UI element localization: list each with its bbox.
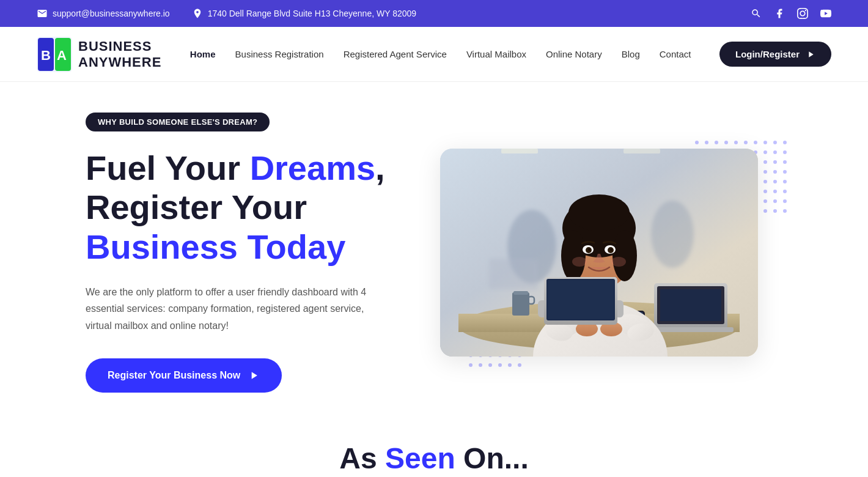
svg-point-8 <box>724 141 728 144</box>
svg-point-10 <box>744 141 748 144</box>
svg-point-122 <box>611 257 626 267</box>
svg-point-64 <box>783 190 787 193</box>
svg-rect-94 <box>513 291 528 295</box>
search-icon[interactable] <box>751 8 762 19</box>
svg-point-32 <box>763 160 767 164</box>
svg-point-33 <box>773 160 777 164</box>
svg-point-119 <box>588 248 590 251</box>
svg-point-14 <box>783 141 787 144</box>
nav-item-business-registration[interactable]: Business Registration <box>235 49 324 60</box>
arrow-right-icon <box>248 369 260 382</box>
email-item: support@businessanywhere.io <box>37 8 170 19</box>
nav-item-contact[interactable]: Contact <box>660 49 691 60</box>
nav-item-registered-agent[interactable]: Registered Agent Service <box>344 49 447 60</box>
email-icon <box>37 8 48 19</box>
instagram-icon[interactable] <box>797 8 808 19</box>
svg-point-9 <box>734 141 738 144</box>
svg-rect-93 <box>512 292 529 316</box>
nav-item-online-notary[interactable]: Online Notary <box>546 49 602 60</box>
email-text: support@businessanywhere.io <box>53 9 170 18</box>
svg-point-7 <box>715 141 718 144</box>
svg-point-5 <box>695 141 699 144</box>
svg-point-83 <box>773 209 777 213</box>
svg-point-112 <box>561 230 586 281</box>
svg-point-11 <box>754 141 757 144</box>
nav-link-blog[interactable]: Blog <box>622 49 640 59</box>
arrow-right-icon <box>806 50 815 59</box>
nav-item-virtual-mailbox[interactable]: Virtual Mailbox <box>466 49 526 60</box>
svg-point-154 <box>498 363 502 367</box>
svg-point-73 <box>773 199 777 203</box>
nav-link-home[interactable]: Home <box>190 49 216 59</box>
svg-point-120 <box>610 248 612 251</box>
top-bar-right <box>751 8 831 19</box>
svg-point-43 <box>773 170 777 174</box>
facebook-icon[interactable] <box>774 8 785 19</box>
nav-item-home[interactable]: Home <box>190 49 216 60</box>
nav-link-business-registration[interactable]: Business Registration <box>235 49 324 59</box>
svg-point-121 <box>572 257 587 267</box>
logo-text: BUSINESS ANYWHERE <box>78 39 161 70</box>
address-item: 1740 Dell Range Blvd Suite H13 Cheyenne,… <box>192 8 416 19</box>
login-register-button[interactable]: Login/Register <box>719 42 831 67</box>
logo[interactable]: B A BUSINESS ANYWHERE <box>37 37 161 72</box>
hero-badge: WHY BUILD SOMEONE ELSE'S DREAM? <box>86 113 270 131</box>
svg-point-44 <box>783 170 787 174</box>
seen-on-section: As Seen On... <box>0 417 868 477</box>
svg-rect-98 <box>660 289 721 321</box>
youtube-icon[interactable] <box>820 8 831 19</box>
svg-text:A: A <box>57 48 67 63</box>
hero-image <box>440 149 758 357</box>
svg-point-63 <box>773 190 777 193</box>
hero-title-blue1: Dreams <box>250 149 375 187</box>
location-icon <box>192 8 203 19</box>
svg-point-156 <box>518 363 521 367</box>
hero-cta-button[interactable]: Register Your Business Now <box>86 358 282 393</box>
svg-point-152 <box>479 363 482 367</box>
address-text: 1740 Dell Range Blvd Suite H13 Cheyenne,… <box>208 9 416 18</box>
svg-point-74 <box>783 199 787 203</box>
svg-point-52 <box>763 180 767 183</box>
navbar: B A BUSINESS ANYWHERE Home Business Regi… <box>0 27 868 82</box>
svg-point-53 <box>773 180 777 183</box>
seen-on-title: As Seen On... <box>86 442 782 475</box>
svg-point-84 <box>783 209 787 213</box>
svg-point-82 <box>763 209 767 213</box>
nav-menu: Home Business Registration Registered Ag… <box>190 49 691 60</box>
nav-link-registered-agent[interactable]: Registered Agent Service <box>344 49 447 59</box>
hero-content: WHY BUILD SOMEONE ELSE'S DREAM? Fuel You… <box>86 113 385 393</box>
svg-point-72 <box>763 199 767 203</box>
svg-point-13 <box>773 141 777 144</box>
svg-point-6 <box>705 141 708 144</box>
hero-image-svg <box>440 149 758 357</box>
nav-link-online-notary[interactable]: Online Notary <box>546 49 602 59</box>
svg-point-155 <box>508 363 512 367</box>
svg-point-24 <box>783 150 787 154</box>
svg-point-87 <box>651 201 694 268</box>
svg-rect-126 <box>548 280 614 319</box>
svg-rect-90 <box>623 149 660 153</box>
nav-item-blog[interactable]: Blog <box>622 49 640 60</box>
hero-section: WHY BUILD SOMEONE ELSE'S DREAM? Fuel You… <box>0 82 868 417</box>
hero-title-plain1: Fuel Your <box>86 149 250 187</box>
hero-description: We are the only platform to offer a user… <box>86 284 379 334</box>
logo-icon: B A <box>37 37 72 72</box>
svg-rect-99 <box>648 327 734 332</box>
hero-title: Fuel Your Dreams,Register YourBusiness T… <box>86 149 385 267</box>
seen-on-plain1: As <box>339 442 385 475</box>
svg-point-113 <box>612 230 637 281</box>
nav-link-contact[interactable]: Contact <box>660 49 691 59</box>
svg-point-54 <box>783 180 787 183</box>
svg-rect-89 <box>501 149 538 153</box>
top-bar: support@businessanywhere.io 1740 Dell Ra… <box>0 0 868 27</box>
svg-rect-88 <box>489 259 538 289</box>
svg-point-62 <box>763 190 767 193</box>
svg-point-23 <box>773 150 777 154</box>
seen-on-plain2: On... <box>455 442 529 475</box>
seen-on-blue: Seen <box>385 442 455 475</box>
svg-point-12 <box>763 141 767 144</box>
svg-point-153 <box>488 363 492 367</box>
top-bar-left: support@businessanywhere.io 1740 Dell Ra… <box>37 8 416 19</box>
nav-link-virtual-mailbox[interactable]: Virtual Mailbox <box>466 49 526 59</box>
svg-point-34 <box>783 160 787 164</box>
